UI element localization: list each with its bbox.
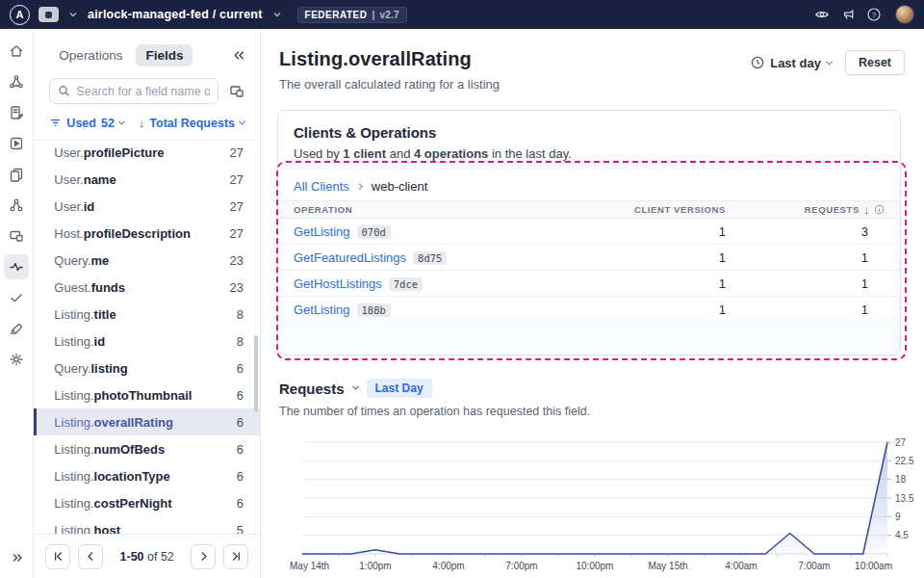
nav-item-subgraphs[interactable] [4, 162, 29, 187]
field-request-count: 6 [237, 388, 244, 403]
nav-item-explorer[interactable] [4, 131, 29, 156]
column-operation[interactable]: OPERATION [294, 204, 543, 215]
nav-item-schema-graph[interactable] [4, 69, 29, 94]
field-list-item[interactable]: Listing.costPerNight6 [34, 489, 260, 516]
field-list-item[interactable]: Query.me23 [34, 247, 260, 274]
column-client-versions[interactable]: CLIENT VERSIONS [543, 204, 726, 215]
apollo-logo-icon[interactable]: A [10, 5, 30, 25]
svg-text:10:00am: 10:00am [855, 561, 892, 571]
chevron-down-icon[interactable] [351, 382, 358, 389]
info-icon[interactable] [874, 204, 885, 215]
requests-heading: Requests [279, 381, 345, 397]
next-page-button[interactable] [191, 544, 216, 569]
field-parent-type: Listing. [54, 496, 93, 511]
field-list-item[interactable]: Listing.host5 [34, 516, 260, 534]
graph-name[interactable]: airlock-managed-fed / current [88, 8, 263, 21]
svg-text:9: 9 [895, 512, 901, 522]
field-list-item[interactable]: User.profilePicture27 [34, 139, 260, 166]
announcements-megaphone-icon[interactable] [839, 6, 857, 23]
chevron-down-icon [826, 58, 833, 65]
breadcrumb-all-clients-link[interactable]: All Clients [294, 179, 349, 194]
requests-chart-container: 4.5913.51822.527May 14th1:00pm4:00pm7:00… [289, 432, 924, 578]
help-icon[interactable]: ? [865, 6, 883, 23]
field-list-item[interactable]: User.name27 [34, 166, 260, 193]
field-name: listing [90, 361, 127, 376]
client-versions-value: 1 [543, 276, 726, 291]
field-name: costPerNight [94, 496, 172, 511]
operation-row: GetListing070d13 [278, 219, 900, 245]
user-avatar[interactable] [895, 5, 914, 24]
field-name: title [94, 307, 116, 322]
nav-item-insights[interactable] [4, 254, 29, 279]
sort-dropdown[interactable]: ↓ Total Requests [139, 116, 244, 130]
field-list-item[interactable]: Listing.photoThumbnail6 [34, 381, 260, 408]
nav-item-home[interactable] [4, 39, 29, 64]
field-parent-type: User. [54, 199, 83, 214]
operation-link[interactable]: GetFeaturedListings [294, 250, 406, 265]
main-content: Listing.overallRating The overall calcul… [261, 29, 924, 578]
double-chevron-right-icon [11, 551, 24, 565]
requests-value: 3 [726, 224, 885, 239]
field-name: locationType [94, 469, 170, 484]
expand-rail-button[interactable] [0, 551, 35, 565]
fields-sidebar: Operations Fields [34, 29, 261, 578]
field-parent-type: Query. [54, 361, 90, 376]
tab-fields[interactable]: Fields [136, 44, 192, 66]
nav-item-checks[interactable] [4, 285, 29, 310]
svg-text:22.5: 22.5 [895, 456, 914, 466]
field-request-count: 6 [237, 469, 244, 484]
field-list-item[interactable]: Query.listing6 [34, 355, 260, 381]
field-parent-type: Query. [54, 253, 90, 268]
reset-button[interactable]: Reset [845, 50, 905, 75]
settings-icon [9, 352, 24, 367]
page-title-parent: Listing. [279, 48, 348, 69]
first-page-button[interactable] [45, 544, 70, 569]
chevron-down-icon [118, 118, 125, 125]
visibility-eye-icon[interactable] [813, 6, 831, 23]
used-filter-dropdown[interactable]: Used 52 [49, 117, 123, 130]
chevron-right-icon [355, 181, 366, 192]
previous-page-button[interactable] [78, 544, 103, 569]
field-list-item[interactable]: Listing.numOfBeds6 [34, 435, 260, 462]
operation-row: GetFeaturedListings8d7511 [278, 245, 900, 271]
sort-descending-arrow-icon: ↓ [863, 202, 870, 217]
time-range-dropdown[interactable]: Last day [751, 56, 832, 70]
field-list-item[interactable]: Host.profileDescription27 [34, 220, 260, 247]
field-request-count: 6 [237, 496, 244, 511]
field-list: User.profilePicture27User.name27User.id2… [34, 139, 260, 534]
column-requests[interactable]: REQUESTS↓ [726, 202, 885, 217]
operations-table-header: OPERATION CLIENT VERSIONS REQUESTS↓ [278, 200, 900, 219]
last-page-button[interactable] [223, 544, 248, 569]
nav-item-launches[interactable] [4, 316, 29, 341]
field-name: profileDescription [84, 226, 191, 241]
client-filter-icon[interactable] [225, 80, 248, 103]
field-list-item[interactable]: Listing.overallRating6 [34, 408, 260, 435]
org-badge-icon[interactable] [38, 7, 59, 22]
field-list-item[interactable]: Listing.title8 [34, 301, 260, 328]
search-box[interactable] [49, 78, 218, 104]
nav-item-settings[interactable] [4, 347, 29, 372]
field-parent-type: Listing. [54, 469, 93, 484]
changelog-icon [9, 105, 24, 120]
clients-icon [9, 228, 24, 244]
sidebar-scrollbar[interactable] [254, 335, 258, 412]
collapse-sidebar-button[interactable] [232, 48, 246, 63]
operation-link[interactable]: GetListing [294, 224, 350, 239]
org-chevron-down-icon[interactable] [67, 9, 79, 20]
field-list-item[interactable]: Listing.id8 [34, 328, 260, 355]
federation-badge-label: FEDERATED [305, 10, 368, 20]
nav-item-clients[interactable] [4, 223, 29, 249]
field-list-item[interactable]: User.id27 [34, 193, 260, 220]
graph-chevron-down-icon[interactable] [271, 9, 283, 20]
field-list-item[interactable]: Listing.locationType6 [34, 462, 260, 489]
operation-link[interactable]: GetHostListings [294, 276, 382, 291]
nav-item-changelog[interactable] [4, 100, 29, 125]
tab-operations[interactable]: Operations [49, 44, 132, 66]
operation-link[interactable]: GetListing [294, 302, 350, 317]
nav-item-topology[interactable] [4, 193, 29, 218]
search-input[interactable] [76, 85, 210, 98]
field-name: me [90, 253, 109, 268]
svg-text:May 15th: May 15th [648, 561, 687, 571]
field-list-item[interactable]: Guest.funds23 [34, 274, 260, 301]
operations-table-body: GetListing070d13GetFeaturedListings8d751… [278, 219, 900, 323]
